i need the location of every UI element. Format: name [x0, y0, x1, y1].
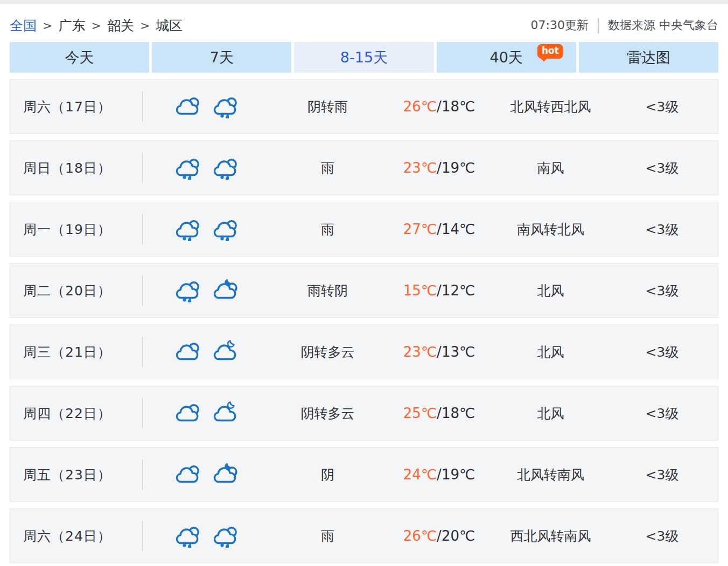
condition-text: 阴转多云: [272, 405, 383, 422]
forecast-row: 周二（20日） 雨转阴 15℃/12℃ 北风 <3级: [10, 263, 718, 318]
condition-text: 阴转雨: [272, 98, 383, 116]
temperature: 15℃/12℃: [383, 282, 495, 299]
cloudy-moon-icon: [213, 401, 240, 425]
hot-badge: hot: [537, 44, 563, 59]
rain-icon: [175, 217, 202, 241]
temp-separator: /: [437, 98, 442, 115]
temp-separator: /: [437, 344, 442, 360]
update-info: 07:30更新 | 数据来源 中央气象台: [531, 17, 719, 33]
rain-icon: [213, 524, 240, 548]
forecast-row: 周日（18日） 雨 23℃/19℃ 南风 <3级: [10, 140, 718, 195]
day-label: 周四（22日）: [10, 405, 142, 422]
icon-group: [143, 463, 272, 486]
breadcrumb-item[interactable]: 全国: [10, 17, 37, 34]
icon-group: [143, 95, 272, 118]
temperature: 26℃/20℃: [383, 528, 495, 544]
wind-direction: 南风: [495, 159, 606, 177]
rain-icon: [213, 95, 240, 118]
overcast-icon: [175, 401, 202, 425]
temp-low: 12℃: [442, 282, 475, 299]
rain-icon: [175, 524, 202, 548]
condition-text: 雨: [272, 527, 383, 545]
condition-text: 雨转阴: [272, 282, 383, 300]
wind-direction: 北风: [495, 282, 606, 300]
rain-icon: [213, 217, 240, 241]
temperature: 24℃/19℃: [383, 466, 495, 483]
forecast-row: 周四（22日） 阴转多云 25℃/18℃ 北风 <3级: [10, 386, 718, 441]
temperature: 26℃/18℃: [383, 98, 495, 115]
wind-level: <3级: [606, 98, 718, 116]
condition-text: 阴: [272, 466, 383, 484]
rain-icon: [175, 156, 202, 180]
breadcrumb-item[interactable]: 韶关: [107, 17, 134, 34]
breadcrumb: 全国>广东>韶关>城区: [10, 17, 183, 34]
forecast-tabs: 今天7天8-15天40天hot雷达图: [10, 42, 718, 73]
forecast-row: 周六（17日） 阴转雨 26℃/18℃ 北风转西北风 <3级: [10, 79, 718, 134]
day-label: 周五（23日）: [10, 466, 142, 484]
icon-group: [143, 217, 272, 241]
condition-text: 阴转多云: [272, 343, 383, 361]
wind-direction: 北风: [495, 343, 606, 361]
breadcrumb-separator: >: [43, 19, 52, 32]
day-label: 周三（21日）: [10, 343, 142, 361]
tab-8-15-days[interactable]: 8-15天: [294, 42, 433, 73]
tab-7-days[interactable]: 7天: [152, 42, 291, 73]
temp-high: 26℃: [403, 528, 437, 544]
day-label: 周二（20日）: [10, 282, 142, 300]
icon-group: [143, 340, 272, 364]
breadcrumb-item: 城区: [156, 17, 183, 34]
wind-level: <3级: [606, 343, 718, 361]
condition-text: 雨: [272, 159, 383, 177]
temperature: 23℃/13℃: [383, 344, 495, 360]
temp-high: 27℃: [403, 221, 437, 237]
tab-label: 雷达图: [627, 48, 670, 67]
temp-high: 15℃: [403, 282, 437, 299]
temp-low: 13℃: [442, 344, 475, 360]
temp-high: 23℃: [403, 344, 437, 360]
wind-level: <3级: [606, 282, 718, 300]
forecast-row: 周一（19日） 雨 27℃/14℃ 南风转北风 <3级: [10, 202, 718, 257]
tab-40-days[interactable]: 40天hot: [437, 42, 576, 73]
meta-divider: |: [596, 17, 600, 34]
wind-level: <3级: [606, 527, 718, 545]
rain-icon: [175, 279, 202, 302]
tab-radar[interactable]: 雷达图: [579, 42, 718, 73]
temp-high: 23℃: [403, 160, 437, 176]
forecast-row: 周五（23日） 阴 24℃/19℃ 北风转南风 <3级: [10, 447, 718, 502]
wind-direction: 西北风转南风: [495, 527, 606, 545]
wind-level: <3级: [606, 159, 718, 177]
temp-low: 14℃: [442, 221, 475, 237]
wind-level: <3级: [606, 466, 718, 484]
temp-low: 18℃: [442, 98, 475, 115]
breadcrumb-item[interactable]: 广东: [58, 17, 85, 34]
tab-label: 今天: [65, 48, 94, 67]
tab-today[interactable]: 今天: [10, 42, 149, 73]
day-label: 周六（17日）: [10, 98, 142, 116]
data-source: 数据来源 中央气象台: [608, 17, 718, 33]
icon-group: [143, 279, 272, 302]
overcast-icon: [175, 95, 202, 118]
wind-level: <3级: [606, 221, 718, 238]
rain-icon: [213, 156, 240, 180]
temp-high: 24℃: [403, 466, 437, 483]
day-label: 周日（18日）: [10, 159, 142, 177]
weather-page: 全国>广东>韶关>城区 07:30更新 | 数据来源 中央气象台 今天7天8-1…: [0, 14, 728, 563]
overcast-moon-icon: [213, 279, 240, 302]
update-time: 07:30更新: [531, 17, 589, 33]
overcast-moon-icon: [213, 463, 240, 486]
day-label: 周一（19日）: [10, 221, 142, 238]
browser-top-strip: [0, 0, 728, 4]
temp-separator: /: [437, 528, 442, 544]
wind-direction: 北风: [495, 405, 606, 422]
icon-group: [143, 524, 272, 548]
temp-separator: /: [437, 466, 442, 483]
icon-group: [143, 156, 272, 180]
tab-label: 7天: [210, 48, 234, 67]
condition-text: 雨: [272, 221, 383, 238]
overcast-icon: [175, 340, 202, 364]
forecast-row: 周六（24日） 雨 26℃/20℃ 西北风转南风 <3级: [10, 508, 718, 563]
temp-low: 18℃: [442, 405, 475, 421]
wind-direction: 北风转西北风: [495, 98, 606, 116]
icon-group: [143, 401, 272, 425]
day-label: 周六（24日）: [10, 527, 142, 545]
